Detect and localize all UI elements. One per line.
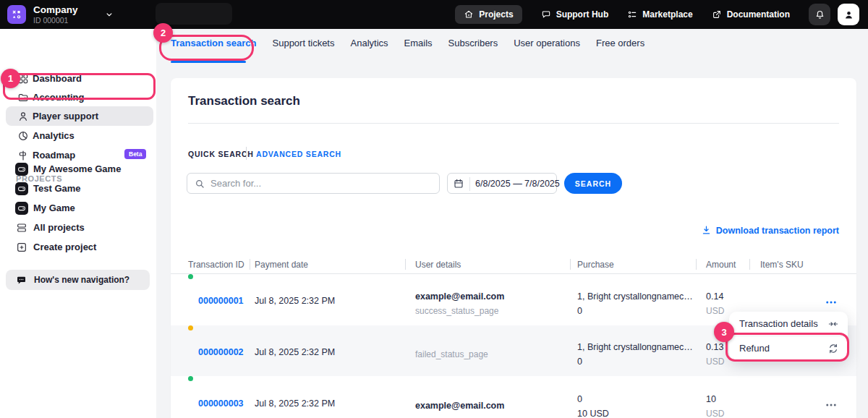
sidebar-item-player-support[interactable]: Player support <box>6 106 153 126</box>
search-input[interactable] <box>210 174 435 192</box>
refund-cycle-icon <box>827 343 839 354</box>
calendar-icon <box>453 178 464 189</box>
user-icon <box>843 9 854 20</box>
divider <box>570 259 571 270</box>
sidebar-item-label: Dashboard <box>33 73 82 84</box>
date-range-picker[interactable]: 6/8/2025 — 7/8/2025 <box>447 173 557 194</box>
projects-button[interactable]: Projects <box>455 5 522 24</box>
column-header-user-details: User details <box>415 260 461 270</box>
chevron-down-icon[interactable] <box>104 9 114 20</box>
sidebar-item-label: All projects <box>33 222 85 233</box>
topbar-nav: Projects Support Hub Marketplace Documen… <box>455 0 859 29</box>
tab-support-tickets[interactable]: Support tickets <box>273 38 335 53</box>
external-link-icon <box>712 9 722 20</box>
sidebar-project-my-game[interactable]: My Game <box>0 198 156 218</box>
purchase-line: 10 USD <box>577 406 609 418</box>
person-icon <box>17 111 29 122</box>
sidebar-item-label: Accounting <box>33 92 85 103</box>
pie-chart-icon <box>17 130 29 142</box>
chat-bubble-icon <box>16 275 27 286</box>
divider <box>250 259 250 270</box>
tab-emails[interactable]: Emails <box>404 38 433 53</box>
project-label: My Game <box>33 202 75 213</box>
documentation-link[interactable]: Documentation <box>712 9 790 20</box>
table-row[interactable]: 000000003 Jul 8, 2025 2:32 PM example@em… <box>171 376 856 418</box>
sidebar-item-create-project[interactable]: Create project <box>0 237 156 257</box>
table-header: Transaction ID Payment date User details… <box>171 256 856 274</box>
status-dot-failed <box>188 325 193 330</box>
divider <box>749 259 750 270</box>
payment-date-cell: Jul 8, 2025 2:32 PM <box>255 347 335 357</box>
purchase-cell: 0 10 USD <box>577 392 609 418</box>
search-button[interactable]: SEARCH <box>564 173 622 194</box>
user-status-page: failed_status_page <box>415 347 488 362</box>
tab-user-operations[interactable]: User operations <box>514 38 580 53</box>
menu-item-transaction-details[interactable]: Transaction details <box>729 312 848 336</box>
row-actions-context-menu: Transaction details Refund <box>729 312 848 360</box>
marketplace-label: Marketplace <box>642 9 692 20</box>
gamepad-icon <box>15 182 28 195</box>
download-link-label: Download transaction report <box>716 226 839 236</box>
user-email: example@email.com <box>415 398 504 413</box>
transaction-id-link[interactable]: 000000001 <box>198 296 244 306</box>
transaction-id-link[interactable]: 000000003 <box>198 398 244 409</box>
tab-subscribers[interactable]: Subscribers <box>448 38 498 53</box>
sidebar-item-analytics[interactable]: Analytics <box>0 126 156 145</box>
support-hub-label: Support Hub <box>556 9 609 20</box>
purchase-cell: 1, Bright crystallongnamec… 0 <box>577 289 693 318</box>
page-title: Transaction search <box>188 94 300 108</box>
purchase-line: 1, Bright crystallongnamec… <box>577 289 693 304</box>
user-email: example@email.com <box>415 289 504 304</box>
amount-value: 0.14 <box>706 289 724 304</box>
notifications-button[interactable] <box>809 4 830 25</box>
active-tab-indicator <box>171 61 246 63</box>
sidebar: Dashboard Accounting Player support Anal… <box>0 29 156 418</box>
chat-bubble-icon <box>541 9 551 20</box>
advanced-search-tab[interactable]: ADVANCED SEARCH <box>256 150 341 158</box>
stacked-list-icon <box>15 221 28 234</box>
menu-item-refund[interactable]: Refund <box>729 336 848 360</box>
section-tabs: Transaction search Support tickets Analy… <box>171 38 644 53</box>
whats-new-navigation-banner[interactable]: How's new navigation? <box>6 270 150 290</box>
sidebar-item-label: Create project <box>33 242 96 252</box>
home-icon <box>464 9 474 20</box>
support-hub-link[interactable]: Support Hub <box>541 9 609 20</box>
grid-icon <box>17 73 29 85</box>
user-status-page: success_status_page <box>415 304 504 318</box>
column-header-purchase: Purchase <box>577 260 614 270</box>
amount-value: 0.13 <box>706 340 724 354</box>
purchase-line: 0 <box>577 304 693 318</box>
sidebar-item-all-projects[interactable]: All projects <box>0 218 156 237</box>
sidebar-project-test-game[interactable]: Test Game <box>0 179 156 198</box>
menu-item-label: Refund <box>739 343 770 354</box>
project-label: Test Game <box>33 183 81 194</box>
divider <box>246 147 247 160</box>
sidebar-item-accounting[interactable]: Accounting <box>0 88 156 107</box>
marketplace-link[interactable]: Marketplace <box>627 9 692 20</box>
download-transaction-report-link[interactable]: Download transaction report <box>701 225 839 236</box>
whats-new-label: How's new navigation? <box>34 275 129 285</box>
transaction-search-card: Transaction search QUICK SEARCH ADVANCED… <box>171 78 856 418</box>
search-field[interactable] <box>187 173 440 194</box>
column-header-payment-date: Payment date <box>255 260 308 270</box>
divider <box>188 123 839 124</box>
account-button[interactable] <box>838 4 859 25</box>
quick-search-tab[interactable]: QUICK SEARCH <box>188 150 254 158</box>
amount-currency: USD <box>706 354 724 369</box>
tab-transaction-search[interactable]: Transaction search <box>171 38 257 53</box>
divider <box>405 259 406 270</box>
row-actions-menu-button[interactable] <box>825 296 838 309</box>
purchase-cell: 1, Bright crystallongnamec… 0 <box>577 340 693 369</box>
payment-date-cell: Jul 8, 2025 2:32 PM <box>255 398 335 409</box>
sidebar-project-my-awesome-game[interactable]: My Awesome Game <box>0 159 156 179</box>
sidebar-item-dashboard[interactable]: Dashboard <box>0 69 156 88</box>
tab-free-orders[interactable]: Free orders <box>596 38 644 53</box>
user-details-cell: failed_status_page <box>415 347 488 362</box>
row-actions-menu-button[interactable] <box>825 398 838 411</box>
payment-date-cell: Jul 8, 2025 2:32 PM <box>255 296 335 306</box>
transaction-id-link[interactable]: 000000002 <box>198 347 244 357</box>
project-label: My Awesome Game <box>33 163 121 174</box>
plus-square-icon <box>15 241 28 254</box>
tab-analytics[interactable]: Analytics <box>351 38 388 53</box>
company-logo[interactable] <box>7 5 26 24</box>
